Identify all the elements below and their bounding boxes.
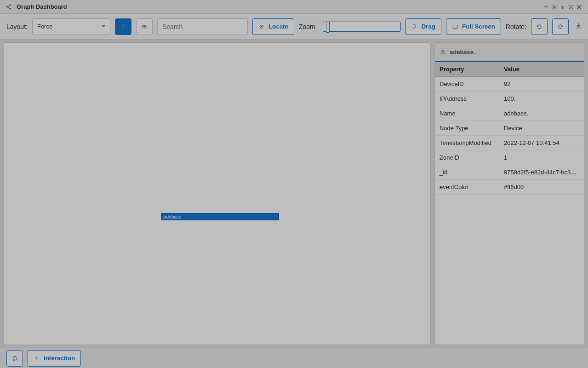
prop-value: 92 xyxy=(499,77,584,92)
table-row: ZoneID1 xyxy=(435,150,584,165)
gear-icon[interactable] xyxy=(550,3,559,11)
prop-key: _id xyxy=(435,165,499,180)
svg-line-4 xyxy=(8,7,10,8)
prop-value: 100. xyxy=(499,92,584,106)
col-value: Value xyxy=(499,62,584,77)
window-title: Graph Dashboard xyxy=(17,3,67,10)
svg-point-11 xyxy=(261,26,262,27)
prop-key: eventColor xyxy=(435,180,499,195)
zoom-slider[interactable] xyxy=(320,18,401,35)
selected-node-label[interactable]: adebase. xyxy=(161,213,279,220)
graph-canvas-container[interactable]: adebase. xyxy=(4,42,431,345)
locate-label: Locate xyxy=(268,23,288,30)
rotate-cw-button[interactable] xyxy=(552,18,569,35)
fullscreen-label: Full Screen xyxy=(462,23,495,30)
share-icon xyxy=(5,3,13,11)
help-icon[interactable]: ? xyxy=(559,3,567,11)
svg-text:?: ? xyxy=(35,356,38,361)
download-icon[interactable] xyxy=(575,23,582,30)
table-row: IPAddress100. xyxy=(435,92,584,106)
refresh-button[interactable] xyxy=(6,350,23,367)
table-row: _id9758d2f5-e82d-44c7-bc36-fab xyxy=(435,165,584,180)
details-title: adebase. xyxy=(450,49,475,56)
table-row: DeviceID92 xyxy=(435,77,584,92)
search-input[interactable] xyxy=(157,18,248,35)
footer: ? Interaction xyxy=(0,348,588,368)
zoom-handle[interactable] xyxy=(326,22,330,33)
svg-text:i: i xyxy=(122,24,124,29)
table-row: eventColor#ff6d00 xyxy=(435,180,584,195)
prop-value: 9758d2f5-e82d-44c7-bc36-fab xyxy=(499,165,584,180)
visibility-button[interactable] xyxy=(136,18,153,35)
prop-key: Node Type xyxy=(435,121,499,136)
details-header: adebase. xyxy=(435,43,584,62)
locate-button[interactable]: Locate xyxy=(252,18,294,35)
chevron-down-icon xyxy=(102,25,105,28)
prop-key: DeviceID xyxy=(435,77,499,92)
graph-svg[interactable] xyxy=(4,43,142,112)
unlock-icon xyxy=(440,49,446,55)
svg-rect-12 xyxy=(453,25,457,28)
zoom-label: Zoom xyxy=(299,23,315,30)
rotate-label: Rotate: xyxy=(506,23,526,30)
svg-point-5 xyxy=(554,6,555,8)
prop-value: 1 xyxy=(499,150,584,165)
info-button[interactable]: i xyxy=(115,18,131,35)
main-area: adebase. adebase. Property Value DeviceI… xyxy=(0,40,588,348)
table-row: TimestampModified2022-12-07 10:41:54 xyxy=(435,136,584,150)
layout-select[interactable]: Force xyxy=(32,18,110,35)
prop-value: #ff6d00 xyxy=(499,180,584,195)
prop-key: Name xyxy=(435,106,499,121)
svg-point-9 xyxy=(143,26,145,27)
layout-label: Layout: xyxy=(6,23,28,30)
table-row: Node TypeDevice xyxy=(435,121,584,136)
toolbar: Layout: Force i Locate Zoom Drag Full Sc… xyxy=(0,14,588,40)
expand-icon[interactable] xyxy=(567,3,575,11)
table-row: Nameadebase. xyxy=(435,106,584,121)
close-icon[interactable] xyxy=(575,3,583,11)
prop-key: ZoneID xyxy=(435,150,499,165)
collapse-icon[interactable] xyxy=(542,3,550,11)
drag-button[interactable]: Drag xyxy=(405,18,441,35)
prop-key: TimestampModified xyxy=(435,136,499,150)
drag-label: Drag xyxy=(422,23,435,30)
properties-table: Property Value DeviceID92IPAddress100.Na… xyxy=(435,62,584,195)
window-header: Graph Dashboard ? xyxy=(0,0,588,14)
prop-key: IPAddress xyxy=(435,92,499,106)
svg-text:?: ? xyxy=(561,5,564,9)
rotate-ccw-button[interactable] xyxy=(531,18,548,35)
details-panel: adebase. Property Value DeviceID92IPAddr… xyxy=(434,42,584,345)
svg-line-3 xyxy=(8,5,10,6)
interaction-button[interactable]: ? Interaction xyxy=(28,350,81,367)
fullscreen-button[interactable]: Full Screen xyxy=(446,18,501,35)
interaction-label: Interaction xyxy=(44,355,75,362)
col-property: Property xyxy=(435,62,499,77)
prop-value: 2022-12-07 10:41:54 xyxy=(499,136,584,150)
layout-value: Force xyxy=(37,23,52,30)
prop-value: adebase. xyxy=(499,106,584,121)
svg-rect-111 xyxy=(441,52,445,54)
prop-value: Device xyxy=(499,121,584,136)
